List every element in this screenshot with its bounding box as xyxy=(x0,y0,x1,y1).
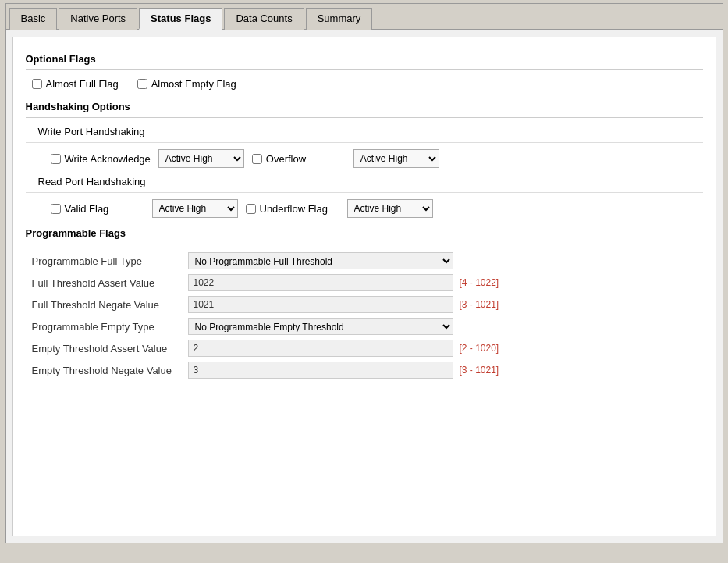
almost-full-flag-text: Almost Full Flag xyxy=(46,78,119,90)
empty-negate-label: Empty Threshold Negate Value xyxy=(32,365,188,376)
almost-empty-flag-checkbox[interactable] xyxy=(137,79,147,89)
full-assert-label: Full Threshold Assert Value xyxy=(32,277,188,289)
full-assert-row: Full Threshold Assert Value [4 - 1022] xyxy=(26,274,703,291)
underflow-text: Underflow Flag xyxy=(260,203,328,215)
underflow-checkbox[interactable] xyxy=(246,204,256,214)
write-port-title: Write Port Handshaking xyxy=(38,126,703,137)
tab-data-counts[interactable]: Data Counts xyxy=(224,8,304,30)
empty-negate-row: Empty Threshold Negate Value [3 - 1021] xyxy=(26,362,703,379)
read-port-divider xyxy=(26,192,703,193)
empty-negate-input[interactable] xyxy=(188,362,453,379)
tab-bar: Basic Native Ports Status Flags Data Cou… xyxy=(6,4,723,30)
optional-flags-title: Optional Flags xyxy=(26,53,703,65)
almost-full-flag-checkbox[interactable] xyxy=(32,79,42,89)
write-ack-label[interactable]: Write Acknowledge xyxy=(51,153,151,165)
full-assert-input[interactable] xyxy=(188,274,453,291)
overflow-polarity-select[interactable]: Active High Active Low xyxy=(353,149,439,168)
write-port-divider xyxy=(26,142,703,143)
almost-full-flag-label[interactable]: Almost Full Flag xyxy=(32,78,119,90)
prog-empty-type-row: Programmable Empty Type No Programmable … xyxy=(26,318,703,335)
tab-status-flags[interactable]: Status Flags xyxy=(139,8,222,30)
empty-assert-input[interactable] xyxy=(188,340,453,357)
tab-basic[interactable]: Basic xyxy=(9,8,58,30)
overflow-checkbox[interactable] xyxy=(252,154,262,164)
read-port-row: Valid Flag Active High Active Low Underf… xyxy=(26,199,703,218)
valid-flag-label[interactable]: Valid Flag xyxy=(51,203,144,215)
full-negate-range: [3 - 1021] xyxy=(460,299,499,310)
underflow-label[interactable]: Underflow Flag xyxy=(246,203,339,215)
write-ack-text: Write Acknowledge xyxy=(65,153,151,165)
full-negate-label: Full Threshold Negate Value xyxy=(32,299,188,311)
optional-flags-divider xyxy=(26,69,703,70)
valid-flag-text: Valid Flag xyxy=(65,203,109,215)
empty-assert-label: Empty Threshold Assert Value xyxy=(32,343,188,355)
main-window: Basic Native Ports Status Flags Data Cou… xyxy=(5,3,723,543)
programmable-flags-title: Programmable Flags xyxy=(26,227,703,239)
prog-full-type-label: Programmable Full Type xyxy=(32,255,188,267)
empty-negate-range: [3 - 1021] xyxy=(460,365,499,376)
handshaking-title: Handshaking Options xyxy=(26,101,703,112)
prog-empty-type-label: Programmable Empty Type xyxy=(32,321,188,333)
write-ack-polarity-select[interactable]: Active High Active Low xyxy=(158,149,244,168)
handshaking-options: Write Port Handshaking Write Acknowledge… xyxy=(26,126,703,218)
handshaking-divider xyxy=(26,117,703,118)
read-port-title: Read Port Handshaking xyxy=(38,176,703,187)
tab-native-ports[interactable]: Native Ports xyxy=(59,8,137,30)
prog-full-type-row: Programmable Full Type No Programmable F… xyxy=(26,252,703,269)
write-ack-checkbox[interactable] xyxy=(51,154,61,164)
programmable-flags-divider xyxy=(26,244,703,244)
prog-empty-type-select[interactable]: No Programmable Empty Threshold Single T… xyxy=(188,318,453,335)
empty-assert-row: Empty Threshold Assert Value [2 - 1020] xyxy=(26,340,703,357)
tab-summary[interactable]: Summary xyxy=(306,8,373,30)
valid-flag-polarity-select[interactable]: Active High Active Low xyxy=(152,199,238,218)
almost-empty-flag-label[interactable]: Almost Empty Flag xyxy=(137,78,236,90)
valid-flag-checkbox[interactable] xyxy=(51,204,61,214)
optional-flags-row: Almost Full Flag Almost Empty Flag xyxy=(26,78,703,90)
empty-assert-range: [2 - 1020] xyxy=(460,343,499,354)
tab-content: Optional Flags Almost Full Flag Almost E… xyxy=(12,37,716,536)
almost-empty-flag-text: Almost Empty Flag xyxy=(151,78,236,90)
full-negate-input[interactable] xyxy=(188,296,453,313)
prog-full-type-select[interactable]: No Programmable Full Threshold Single Th… xyxy=(188,252,453,269)
overflow-label[interactable]: Overflow xyxy=(252,153,346,165)
full-negate-row: Full Threshold Negate Value [3 - 1021] xyxy=(26,296,703,313)
programmable-flags-section: Programmable Full Type No Programmable F… xyxy=(26,252,703,379)
underflow-polarity-select[interactable]: Active High Active Low xyxy=(347,199,433,218)
full-assert-range: [4 - 1022] xyxy=(460,277,499,288)
overflow-text: Overflow xyxy=(266,153,306,165)
write-port-row: Write Acknowledge Active High Active Low… xyxy=(26,149,703,168)
